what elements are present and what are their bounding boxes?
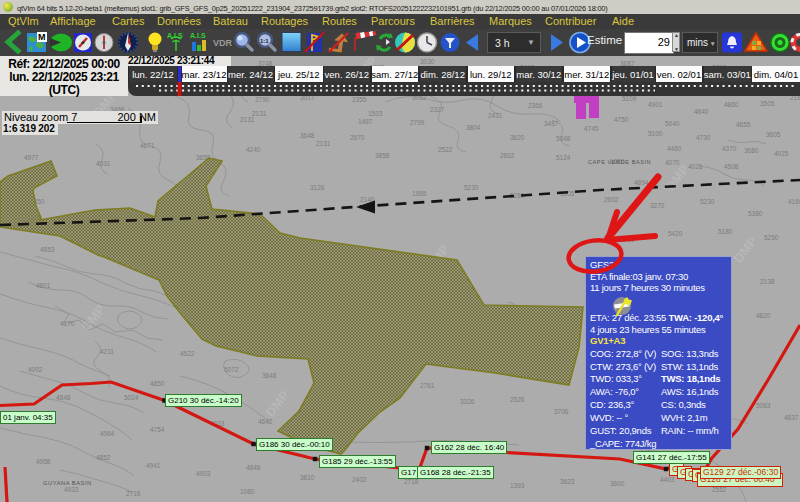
svg-text:2602: 2602: [604, 196, 619, 203]
svg-text:4642: 4642: [258, 418, 273, 425]
svg-text:4031: 4031: [96, 160, 111, 167]
svg-text:5063: 5063: [756, 402, 771, 409]
svg-text:1487: 1487: [358, 118, 373, 125]
svg-text:5124: 5124: [556, 154, 571, 161]
svg-text:CAPE VERDE BASIN: CAPE VERDE BASIN: [588, 159, 651, 165]
svg-text:3680: 3680: [744, 147, 759, 154]
svg-text:4671: 4671: [140, 142, 155, 149]
svg-text:4850: 4850: [150, 380, 165, 387]
svg-text:3810: 3810: [300, 474, 315, 481]
svg-text:GUYANA BASIN: GUYANA BASIN: [43, 480, 92, 486]
svg-text:2355: 2355: [352, 96, 367, 103]
svg-text:4026: 4026: [688, 163, 703, 170]
svg-text:4894: 4894: [634, 179, 649, 186]
svg-text:4853: 4853: [40, 246, 55, 253]
svg-text:5230: 5230: [700, 198, 715, 205]
svg-text:4508: 4508: [724, 163, 739, 170]
svg-text:2552: 2552: [712, 486, 727, 493]
svg-text:5100: 5100: [648, 130, 663, 137]
svg-text:5040: 5040: [665, 120, 680, 127]
svg-text:4901: 4901: [648, 101, 663, 108]
svg-text:4977: 4977: [24, 154, 39, 161]
svg-text:4460: 4460: [667, 145, 682, 152]
svg-text:3648: 3648: [300, 132, 315, 139]
svg-text:VDR: VDR: [213, 38, 233, 48]
svg-text:4933: 4933: [64, 486, 79, 493]
svg-text:4941: 4941: [146, 462, 161, 469]
svg-text:5420: 5420: [668, 230, 683, 237]
svg-text:4860: 4860: [724, 101, 739, 108]
svg-text:5380: 5380: [748, 210, 763, 217]
svg-text:4522: 4522: [180, 350, 195, 357]
svg-text:4903: 4903: [196, 470, 211, 477]
svg-text:3623: 3623: [560, 478, 575, 485]
svg-text:3605: 3605: [766, 131, 781, 138]
svg-text:5180: 5180: [718, 228, 733, 235]
svg-text:2716: 2716: [126, 490, 141, 497]
svg-text:4730: 4730: [696, 134, 711, 141]
svg-text:3648: 3648: [262, 372, 277, 379]
svg-text:2131: 2131: [240, 116, 255, 123]
svg-text:4403: 4403: [660, 476, 675, 483]
svg-text:2522: 2522: [438, 146, 453, 153]
svg-text:3505: 3505: [760, 100, 775, 107]
svg-text:4211: 4211: [100, 348, 114, 355]
svg-text:5072: 5072: [224, 366, 239, 373]
svg-text:4745: 4745: [584, 125, 599, 132]
svg-text:1503: 1503: [368, 110, 383, 117]
svg-text:M: M: [38, 32, 46, 42]
svg-text:4848: 4848: [56, 394, 71, 401]
svg-text:4840: 4840: [694, 108, 709, 115]
svg-text:2131: 2131: [252, 110, 267, 117]
svg-text:4801: 4801: [36, 282, 51, 289]
svg-text:3620: 3620: [510, 134, 525, 141]
svg-text:4070: 4070: [665, 159, 680, 166]
svg-text:2431: 2431: [488, 112, 503, 119]
svg-text:4820: 4820: [756, 312, 771, 319]
svg-text:4655: 4655: [736, 121, 751, 128]
svg-text:2602: 2602: [500, 152, 515, 159]
svg-text:3270: 3270: [650, 202, 665, 209]
svg-text:2670: 2670: [350, 134, 365, 141]
svg-text:3706: 3706: [554, 408, 569, 415]
svg-text:2327: 2327: [430, 106, 445, 113]
svg-text:4750: 4750: [614, 116, 629, 123]
svg-text:4240: 4240: [246, 146, 261, 153]
svg-text:5230: 5230: [464, 184, 479, 191]
svg-text:5036: 5036: [620, 236, 635, 243]
svg-text:4754: 4754: [150, 426, 165, 433]
svg-text:1393: 1393: [510, 482, 525, 489]
svg-text:1985: 1985: [412, 190, 427, 197]
svg-text:4025: 4025: [774, 150, 789, 157]
svg-text:3126: 3126: [310, 184, 325, 191]
svg-text:4852: 4852: [96, 454, 111, 461]
svg-text:5250: 5250: [764, 234, 779, 241]
svg-text:4848: 4848: [246, 464, 261, 471]
svg-text:4958: 4958: [36, 458, 51, 465]
svg-text:4370: 4370: [722, 145, 737, 152]
svg-text:3030: 3030: [420, 58, 435, 65]
svg-text:3858: 3858: [375, 152, 390, 159]
svg-text:3600: 3600: [610, 480, 625, 487]
svg-text:2402: 2402: [352, 476, 367, 483]
svg-text:A.I.S: A.I.S: [190, 32, 206, 39]
svg-text:3487: 3487: [544, 120, 559, 127]
svg-text:1:1: 1:1: [260, 38, 269, 44]
svg-text:2790: 2790: [255, 96, 270, 103]
svg-text:2526: 2526: [510, 396, 525, 403]
svg-text:2366: 2366: [528, 102, 543, 109]
svg-text:5109: 5109: [622, 95, 637, 102]
svg-text:4160: 4160: [788, 198, 800, 205]
svg-text:4964: 4964: [100, 430, 115, 437]
svg-text:3804: 3804: [466, 124, 481, 131]
svg-text:2718: 2718: [404, 478, 419, 485]
svg-text:1080: 1080: [240, 488, 255, 495]
svg-text:2799: 2799: [410, 119, 425, 126]
svg-text:4002: 4002: [28, 366, 43, 373]
svg-text:3326: 3326: [460, 398, 475, 405]
svg-text:4837: 4837: [784, 414, 799, 421]
svg-text:5048: 5048: [556, 135, 571, 142]
svg-text:2761: 2761: [420, 382, 435, 389]
svg-text:4170: 4170: [60, 320, 75, 327]
svg-text:2131: 2131: [316, 140, 331, 147]
